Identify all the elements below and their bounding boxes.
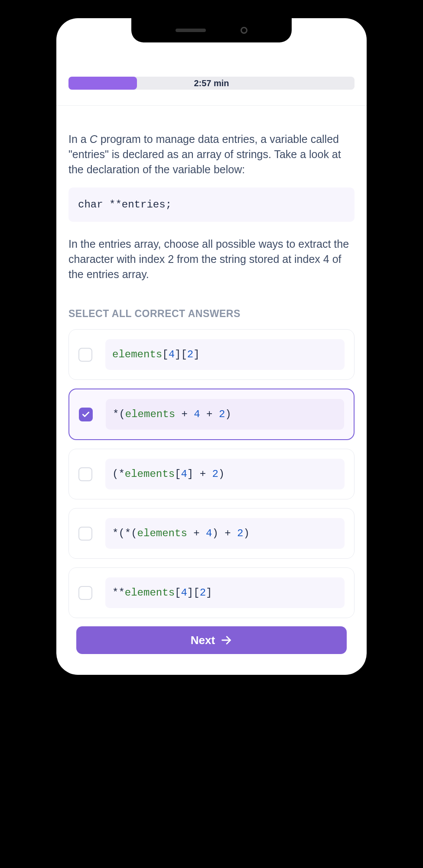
answer-code-2: (*elements[4] + 2) <box>105 459 345 489</box>
phone-screen: 2:57 min In a C program to manage data e… <box>56 18 367 675</box>
question-body: In a C program to manage data entries, a… <box>68 132 355 618</box>
para1-lang: C <box>90 133 98 145</box>
answers-section-label: SELECT ALL CORRECT ANSWERS <box>68 308 355 320</box>
screen-content: 2:57 min In a C program to manage data e… <box>56 18 367 675</box>
answer-option-0[interactable]: elements[4][2] <box>68 329 355 380</box>
options-list: elements[4][2]*(elements + 4 + 2)(*eleme… <box>68 329 355 618</box>
answer-checkbox-2[interactable] <box>78 467 92 481</box>
answer-checkbox-3[interactable] <box>78 527 92 541</box>
next-button-label: Next <box>191 634 215 647</box>
answer-option-1[interactable]: *(elements + 4 + 2) <box>68 389 355 440</box>
answer-option-2[interactable]: (*elements[4] + 2) <box>68 449 355 499</box>
answer-option-4[interactable]: **elements[4][2] <box>68 567 355 618</box>
arrow-right-icon <box>220 634 232 646</box>
answer-code-1: *(elements + 4 + 2) <box>106 399 344 430</box>
progress-time-label: 2:57 min <box>194 78 229 88</box>
phone-notch <box>131 18 292 42</box>
answer-option-3[interactable]: *(*(elements + 4) + 2) <box>68 508 355 559</box>
header-divider <box>56 105 367 106</box>
question-paragraph-2: In the entries array, choose all possibl… <box>68 236 355 282</box>
phone-frame: 2:57 min In a C program to manage data e… <box>47 9 376 684</box>
answer-code-0: elements[4][2] <box>105 339 345 370</box>
progress-bar: 2:57 min <box>68 77 355 90</box>
front-camera <box>241 27 247 34</box>
progress-fill <box>68 77 137 90</box>
code-declaration: char **entries; <box>68 188 355 222</box>
answer-checkbox-1[interactable] <box>79 408 93 421</box>
next-button[interactable]: Next <box>76 626 347 654</box>
answer-checkbox-4[interactable] <box>78 586 92 600</box>
para1-prefix: In a <box>68 133 90 145</box>
question-paragraph-1: In a C program to manage data entries, a… <box>68 132 355 177</box>
para1-rest: program to manage data entries, a variab… <box>68 133 341 175</box>
answer-code-3: *(*(elements + 4) + 2) <box>105 518 345 549</box>
answer-code-4: **elements[4][2] <box>105 577 345 608</box>
speaker-slot <box>176 29 206 32</box>
answer-checkbox-0[interactable] <box>78 348 92 362</box>
check-icon <box>81 410 90 419</box>
